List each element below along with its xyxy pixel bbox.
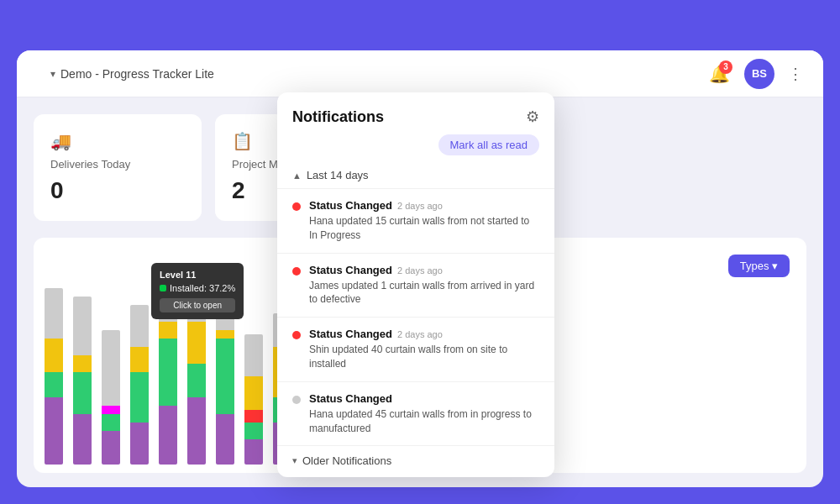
- bar-segment-6-0: [216, 414, 234, 465]
- notification-title-0: Status Changed 2 days ago: [309, 199, 539, 212]
- older-notifications-header[interactable]: ▾ Older Notifications: [277, 445, 554, 477]
- older-label: Older Notifications: [302, 454, 391, 467]
- types-button[interactable]: Types ▾: [728, 255, 790, 277]
- bar-segment-0-3: [45, 288, 63, 339]
- bar-stack-1: [73, 297, 92, 465]
- notifications-panel: Notifications ⚙ Mark all as read ▲ Last …: [277, 92, 554, 477]
- notification-dot-0: [292, 202, 301, 211]
- notification-title-2: Status Changed 2 days ago: [309, 328, 539, 340]
- bar-segment-7-3: [244, 376, 263, 410]
- bar-segment-7-1: [244, 423, 263, 439]
- deliveries-today-card: 🚚 Deliveries Today 0: [34, 114, 202, 221]
- notification-content-0: Status Changed 2 days ago Hana updated 1…: [309, 199, 539, 243]
- notification-badge: 3: [719, 60, 732, 74]
- bar-segment-7-4: [244, 334, 263, 376]
- tooltip-cta-button[interactable]: Click to open: [160, 298, 235, 312]
- bar-segment-3-1: [130, 372, 149, 423]
- notification-item-2[interactable]: Status Changed 2 days ago Shin updated 4…: [277, 317, 554, 381]
- notifications-title: Notifications: [292, 108, 384, 126]
- notification-dot-2: [292, 331, 301, 339]
- bar-stack-7: [244, 334, 263, 465]
- gear-icon[interactable]: ⚙: [526, 108, 539, 126]
- notification-item-3[interactable]: Status Changed Hana updated 45 curtain w…: [277, 381, 554, 446]
- bar-segment-6-2: [216, 330, 234, 339]
- bar-segment-5-1: [187, 364, 206, 397]
- bar-segment-2-3: [102, 330, 120, 406]
- mark-all-row: Mark all as read: [277, 134, 554, 164]
- bar-group-1[interactable]: [71, 297, 94, 465]
- section-label: Last 14 days: [307, 169, 369, 181]
- tooltip-level: Level 11: [160, 270, 235, 280]
- notification-body-3: Hana updated 45 curtain walls from in pr…: [309, 407, 539, 436]
- notification-time-2: 2 days ago: [397, 329, 443, 339]
- bar-segment-3-3: [130, 305, 149, 347]
- tooltip-installed-label: Installed: 37.2%: [170, 283, 235, 293]
- bar-stack-2: [102, 330, 120, 465]
- title-chevron: ▾: [50, 68, 55, 80]
- bar-group-3[interactable]: [128, 305, 151, 465]
- notification-item-0[interactable]: Status Changed 2 days ago Hana updated 1…: [277, 188, 554, 253]
- notification-item-1[interactable]: Status Changed 2 days ago James updated …: [277, 253, 554, 318]
- section-chevron-icon: ▲: [292, 171, 302, 181]
- bar-segment-1-0: [73, 414, 92, 465]
- bar-group-6[interactable]: [213, 313, 237, 465]
- app-title-bar: ▾ Demo - Progress Tracker Lite: [50, 67, 214, 81]
- tooltip-installed: Installed: 37.2%: [160, 283, 235, 293]
- bar-segment-5-2: [187, 322, 206, 364]
- deliveries-value: 0: [50, 177, 185, 204]
- bar-segment-3-0: [130, 423, 149, 465]
- notification-body-1: James updated 1 curtain walls from arriv…: [309, 279, 539, 307]
- bar-segment-0-0: [45, 397, 63, 465]
- more-icon[interactable]: ⋮: [785, 61, 806, 87]
- section-header-14days[interactable]: ▲ Last 14 days: [277, 164, 554, 188]
- app-title: Demo - Progress Tracker Lite: [60, 67, 214, 81]
- tooltip-dot: [160, 285, 166, 291]
- avatar[interactable]: BS: [744, 59, 774, 89]
- bar-group-0[interactable]: [42, 288, 66, 465]
- bar-segment-1-3: [73, 297, 92, 355]
- bar-segment-2-1: [102, 414, 120, 431]
- bar-segment-1-1: [73, 372, 92, 414]
- bar-segment-4-2: [159, 322, 177, 339]
- bar-stack-3: [130, 305, 149, 465]
- notification-title-1: Status Changed 2 days ago: [309, 264, 539, 276]
- mark-all-button[interactable]: Mark all as read: [438, 134, 539, 155]
- chart-tooltip: Level 11 Installed: 37.2% Click to open: [151, 263, 244, 319]
- notification-dot-1: [292, 267, 301, 276]
- bar-segment-4-0: [159, 406, 177, 465]
- notification-body-2: Shin updated 40 curtain walls from on si…: [309, 343, 539, 371]
- header: ▾ Demo - Progress Tracker Lite 🔔 3 BS ⋮: [17, 50, 823, 97]
- bar-stack-6: [216, 313, 234, 465]
- notification-content-3: Status Changed Hana updated 45 curtain w…: [309, 392, 539, 436]
- bar-stack-0: [45, 288, 63, 465]
- deliveries-label: Deliveries Today: [50, 158, 185, 171]
- bar-segment-3-2: [130, 347, 149, 372]
- notification-button[interactable]: 🔔 3: [704, 59, 734, 89]
- notification-title-3: Status Changed: [309, 392, 539, 405]
- bar-group-4[interactable]: [156, 297, 180, 465]
- bar-segment-6-1: [216, 339, 234, 414]
- bar-segment-0-2: [45, 339, 63, 372]
- notification-time-0: 2 days ago: [397, 201, 443, 211]
- bar-segment-1-2: [73, 355, 92, 372]
- bar-stack-4: [159, 297, 177, 465]
- bar-group-2[interactable]: [99, 330, 123, 465]
- notifications-header: Notifications ⚙: [277, 92, 554, 134]
- bar-segment-7-0: [244, 439, 263, 465]
- bar-segment-4-1: [159, 339, 177, 406]
- bar-segment-0-1: [45, 372, 63, 397]
- bar-segment-7-2: [244, 410, 263, 423]
- bar-group-7[interactable]: [242, 334, 265, 465]
- notification-content-2: Status Changed 2 days ago Shin updated 4…: [309, 328, 539, 371]
- bar-segment-5-0: [187, 397, 206, 465]
- notification-content-1: Status Changed 2 days ago James updated …: [309, 264, 539, 307]
- notification-time-1: 2 days ago: [397, 265, 443, 276]
- older-chevron-icon: ▾: [292, 455, 297, 466]
- notification-body-0: Hana updated 15 curtain walls from not s…: [309, 214, 539, 243]
- bar-segment-2-2: [102, 406, 120, 414]
- delivery-icon: 🚚: [50, 131, 185, 151]
- bar-segment-2-0: [102, 431, 120, 465]
- notification-dot-3: [292, 396, 301, 404]
